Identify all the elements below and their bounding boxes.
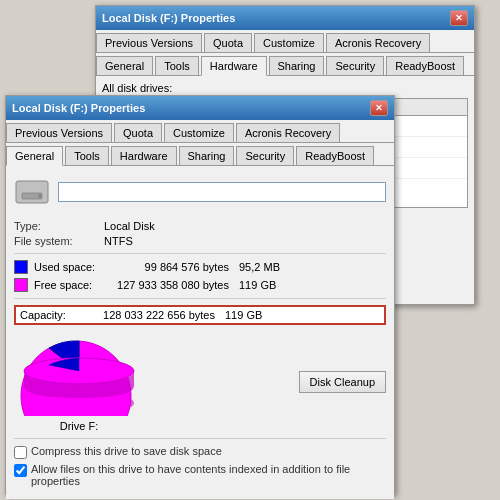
fg-window-title: Local Disk (F:) Properties	[12, 102, 145, 114]
tab-bg-sharing[interactable]: Sharing	[269, 56, 325, 75]
drive-header	[14, 174, 386, 210]
capacity-row: Capacity: 128 033 222 656 bytes 119 GB	[14, 305, 386, 325]
svg-point-2	[38, 194, 42, 198]
bg-title-buttons: ✕	[450, 10, 468, 26]
disk-cleanup-button[interactable]: Disk Cleanup	[299, 371, 386, 393]
fg-tabs-row2: General Tools Hardware Sharing Security …	[6, 143, 394, 166]
used-swatch	[14, 260, 28, 274]
separator1	[14, 253, 386, 254]
chart-area: Drive F: Disk Cleanup	[14, 331, 386, 432]
type-label: Type:	[14, 220, 104, 232]
used-space-row: Used space: 99 864 576 bytes 95,2 MB	[14, 260, 386, 274]
bg-window-title: Local Disk (F:) Properties	[102, 12, 235, 24]
tab-bg-customize[interactable]: Customize	[254, 33, 324, 52]
checkbox2-row: Allow files on this drive to have conten…	[14, 463, 386, 487]
fg-content: Type: Local Disk File system: NTFS Used …	[6, 166, 394, 499]
tab-fg-readyboost[interactable]: ReadyBoost	[296, 146, 374, 165]
bg-section-label: All disk drives:	[102, 82, 468, 94]
free-bytes: 127 933 358 080 bytes	[109, 279, 229, 291]
tab-bg-acronis[interactable]: Acronis Recovery	[326, 33, 430, 52]
bg-close-button[interactable]: ✕	[450, 10, 468, 26]
tab-fg-hardware[interactable]: Hardware	[111, 146, 177, 165]
bg-title-bar: Local Disk (F:) Properties ✕	[96, 6, 474, 30]
capacity-label: Capacity:	[20, 309, 85, 321]
tab-bg-general[interactable]: General	[96, 56, 153, 75]
pie-chart	[14, 331, 144, 416]
tab-fg-previous-versions[interactable]: Previous Versions	[6, 123, 112, 142]
index-label: Allow files on this drive to have conten…	[31, 463, 386, 487]
free-space-row: Free space: 127 933 358 080 bytes 119 GB	[14, 278, 386, 292]
type-value: Local Disk	[104, 220, 155, 232]
capacity-bytes: 128 033 222 656 bytes	[85, 309, 215, 321]
fg-tabs-row1: Previous Versions Quota Customize Acroni…	[6, 120, 394, 143]
index-checkbox[interactable]	[14, 464, 27, 477]
used-bytes: 99 864 576 bytes	[109, 261, 229, 273]
compress-label: Compress this drive to save disk space	[31, 445, 222, 457]
free-label: Free space:	[34, 279, 109, 291]
separator2	[14, 298, 386, 299]
fg-window: Local Disk (F:) Properties ✕ Previous Ve…	[5, 95, 395, 495]
tab-fg-quota[interactable]: Quota	[114, 123, 162, 142]
drive-icon	[14, 177, 50, 207]
tab-fg-tools[interactable]: Tools	[65, 146, 109, 165]
capacity-human: 119 GB	[225, 309, 262, 321]
tab-bg-quota[interactable]: Quota	[204, 33, 252, 52]
separator3	[14, 438, 386, 439]
drive-label-display: Drive F:	[14, 420, 144, 432]
bg-tabs-row1: Previous Versions Quota Customize Acroni…	[96, 30, 474, 53]
used-label: Used space:	[34, 261, 109, 273]
free-swatch	[14, 278, 28, 292]
pie-chart-container: Drive F:	[14, 331, 144, 432]
fg-close-button[interactable]: ✕	[370, 100, 388, 116]
tab-bg-readyboost[interactable]: ReadyBoost	[386, 56, 464, 75]
tab-fg-sharing[interactable]: Sharing	[179, 146, 235, 165]
fs-label: File system:	[14, 235, 104, 247]
bg-tabs-row2: General Tools Hardware Sharing Security …	[96, 53, 474, 76]
type-row: Type: Local Disk	[14, 220, 386, 232]
tab-bg-security[interactable]: Security	[326, 56, 384, 75]
drive-label-input[interactable]	[58, 182, 386, 202]
compress-checkbox[interactable]	[14, 446, 27, 459]
fs-value: NTFS	[104, 235, 133, 247]
svg-rect-0	[16, 181, 48, 203]
checkbox1-row: Compress this drive to save disk space	[14, 445, 386, 459]
tab-fg-general[interactable]: General	[6, 146, 63, 166]
drive-icon-box	[14, 174, 50, 210]
tab-fg-security[interactable]: Security	[236, 146, 294, 165]
tab-bg-hardware[interactable]: Hardware	[201, 56, 267, 76]
tab-bg-tools[interactable]: Tools	[155, 56, 199, 75]
tab-fg-acronis[interactable]: Acronis Recovery	[236, 123, 340, 142]
used-human: 95,2 MB	[239, 261, 280, 273]
fs-row: File system: NTFS	[14, 235, 386, 247]
fg-title-buttons: ✕	[370, 100, 388, 116]
tab-bg-previous-versions[interactable]: Previous Versions	[96, 33, 202, 52]
free-human: 119 GB	[239, 279, 276, 291]
fg-title-bar: Local Disk (F:) Properties ✕	[6, 96, 394, 120]
tab-fg-customize[interactable]: Customize	[164, 123, 234, 142]
